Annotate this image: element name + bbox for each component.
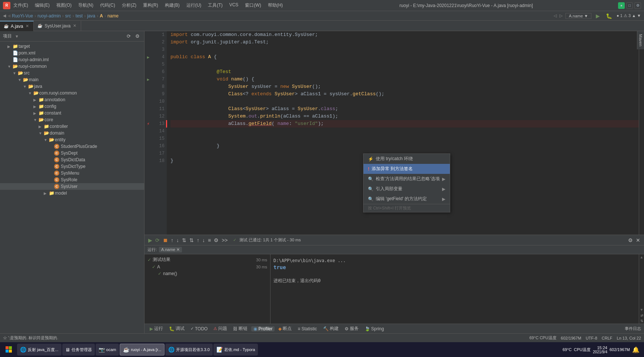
tree-item-config[interactable]: ▶ 📁 config: [0, 103, 144, 110]
scroll-down-btn[interactable]: ▼: [639, 307, 644, 313]
tree-item-student[interactable]: C StudentPlusGrade: [0, 143, 144, 150]
tree-item-constant[interactable]: ▶ 📁 constant: [0, 110, 144, 116]
menu-run[interactable]: 运行(U): [183, 1, 205, 9]
breadcrumb-java[interactable]: java: [87, 13, 95, 19]
tab-ajava[interactable]: ☕ A.java ✕: [0, 21, 34, 31]
tree-item-sysrole[interactable]: C SysRole: [0, 176, 144, 183]
menu-view[interactable]: 视图(O): [53, 1, 74, 9]
run-sort2-btn[interactable]: ⇅: [189, 237, 195, 244]
context-menu-checkoptions[interactable]: 🔍 检查'方法调用的结果已忽略'选项 ▶: [364, 174, 450, 184]
run-play-btn[interactable]: ▶: [147, 237, 153, 244]
mini-btn[interactable]: □: [626, 2, 633, 9]
settings-btn[interactable]: ⚙: [634, 2, 641, 9]
context-menu-editcontract[interactable]: 🔍 编辑 'getField' 的方法约定 ▶: [364, 194, 450, 204]
toolbar-spring[interactable]: 🍃 Spring: [362, 326, 386, 331]
menu-window[interactable]: 窗口(W): [242, 1, 264, 9]
tree-item-main[interactable]: ▼ 📂 main: [0, 76, 144, 83]
run-up-btn[interactable]: ↑: [196, 237, 200, 244]
run-align-btn[interactable]: ≡: [207, 237, 212, 244]
menu-vcs[interactable]: VCS: [226, 1, 242, 9]
menu-build[interactable]: 构建(B): [162, 1, 183, 9]
branch-label[interactable]: A.name ▼: [565, 13, 591, 19]
menu-file[interactable]: 文件(E): [10, 1, 31, 9]
test-item-name[interactable]: ✓ name(): [146, 270, 269, 277]
toolbar-debug[interactable]: 🐛 调试: [167, 325, 187, 332]
toolbar-problems[interactable]: ⚠ 问题: [211, 325, 229, 332]
run-prev-btn[interactable]: ↑: [170, 237, 174, 244]
taskbar-ocam[interactable]: 📷 ocam: [96, 344, 119, 356]
menu-code[interactable]: 代码(C): [97, 1, 118, 9]
run-filter-btn[interactable]: ⚙: [213, 237, 219, 244]
menu-analyze[interactable]: 分析(Z): [119, 1, 139, 9]
toolbar-todo[interactable]: ✓ TODO: [188, 326, 210, 331]
tree-item-sysdictdata[interactable]: C SysDictData: [0, 156, 144, 163]
tab-sysuser-close[interactable]: ✕: [72, 23, 77, 28]
maven-tab[interactable]: Maven: [637, 31, 644, 49]
taskbar-idea[interactable]: ☕ ruoyi - A.java [r...: [120, 344, 165, 356]
tree-item-sysuser[interactable]: C SysUser: [0, 183, 144, 190]
run-stop-btn[interactable]: ⏹: [162, 237, 169, 244]
scroll-collapse-btn[interactable]: ⇅: [640, 318, 644, 324]
run-down-btn[interactable]: ↓: [202, 237, 206, 244]
toolbar-statistic[interactable]: ≡ Statistic: [295, 326, 319, 331]
run-green-btn[interactable]: ▶: [594, 12, 601, 20]
test-item-results[interactable]: ✓ 测试结果 30 ms: [146, 256, 269, 264]
event-log-label[interactable]: 事件日志: [625, 326, 641, 331]
tab-ajava-close[interactable]: ✕: [25, 24, 30, 29]
tree-item-model[interactable]: ▶ 📁 model: [0, 190, 144, 196]
tree-item-src[interactable]: ▼ 📂 src: [0, 70, 144, 76]
context-menu-trycatch[interactable]: ⚡ 使用 try/catch 环绕: [364, 154, 450, 164]
notification-btn[interactable]: 🔔: [632, 346, 640, 353]
gutter-4[interactable]: ▶: [145, 53, 152, 61]
breadcrumb-admin[interactable]: ruoyi-admin: [37, 13, 61, 19]
tree-item-target[interactable]: ▶ 📁 target: [0, 43, 144, 50]
record-btn[interactable]: ●: [618, 2, 625, 9]
toolbar-断链[interactable]: ⛓ 断链: [231, 325, 250, 332]
tree-item-sysdicttype[interactable]: C SysDictType: [0, 163, 144, 170]
menu-help[interactable]: 帮助(H): [265, 1, 286, 9]
tree-item-domain[interactable]: ▼ 📂 domain: [0, 130, 144, 136]
gutter-7[interactable]: ▶: [145, 76, 152, 83]
context-menu-introduce[interactable]: 🔍 引入局部变量 ▶: [364, 184, 450, 194]
toolbar-services[interactable]: ⚙ 服务: [342, 325, 361, 332]
breadcrumb-src[interactable]: src: [65, 13, 71, 19]
toolbar-run[interactable]: ▶ 运行: [147, 325, 165, 332]
taskbar-typora[interactable]: 📝 若依.md - Typora: [213, 344, 258, 356]
tree-item-pom[interactable]: 📄 pom.xml: [0, 50, 144, 56]
tree-item-java[interactable]: ▼ 📂 java: [0, 83, 144, 90]
toolbar-断点[interactable]: ◆ 断点: [276, 325, 294, 332]
taskbar-browser2[interactable]: 🌐 开源项目若依3.3.0: [165, 344, 212, 356]
tree-item-ruoyi-common[interactable]: ▼ 📂 ruoyi-common: [0, 63, 144, 70]
sidebar-collapse-all[interactable]: ⟳: [125, 33, 132, 40]
menu-refactor[interactable]: 重构(R): [140, 1, 161, 9]
start-button[interactable]: [1, 344, 16, 356]
scroll-expand-btn[interactable]: ⇅: [639, 313, 644, 318]
tree-item-sysmenu[interactable]: C SysMenu: [0, 170, 144, 176]
breadcrumb-classA[interactable]: A: [100, 13, 103, 19]
run-rerun-btn[interactable]: ⟳: [155, 237, 160, 244]
run-next-btn[interactable]: ↓: [176, 237, 180, 244]
tree-item-core[interactable]: ▼ 📂 core: [0, 116, 144, 123]
taskbar-chrome[interactable]: 🌐 反射 java_百度...: [17, 344, 62, 356]
run-expand-btn[interactable]: >>: [221, 237, 228, 244]
menu-tools[interactable]: 工具(T): [205, 1, 225, 9]
toolbar-build[interactable]: 🔨 构建: [321, 325, 341, 332]
tree-item-iml[interactable]: 📄 ruoyi-admin.iml: [0, 56, 144, 63]
taskbar-taskmgr[interactable]: 🖥 任务管理器: [62, 344, 95, 356]
breadcrumb-name[interactable]: name: [107, 13, 119, 19]
run-tab-aname[interactable]: A.name ✕: [159, 247, 182, 252]
test-item-a[interactable]: ✓ A 30 ms: [146, 264, 269, 270]
breadcrumb-test[interactable]: test: [76, 13, 83, 19]
menu-edit[interactable]: 编辑(E): [32, 1, 53, 9]
scroll-up-btn[interactable]: ▲: [639, 254, 644, 260]
tree-item-sysdept[interactable]: C SysDept: [0, 150, 144, 156]
sidebar-dropdown[interactable]: ▼: [15, 34, 19, 39]
context-menu[interactable]: ⚡ 使用 try/catch 环绕 ! 添加异常 到方法签名 🔍 检查'方法调用…: [363, 153, 450, 212]
tree-item-com-ruoyi[interactable]: ▼ 📂 com.ruoyi.common: [0, 90, 144, 96]
breadcrumb-ruoyi[interactable]: RuoYi-Vue: [12, 13, 33, 19]
tree-item-entity[interactable]: ▼ 📂 entity: [0, 136, 144, 143]
toolbar-profiler[interactable]: ◉ Profiler: [251, 326, 275, 331]
debug-btn[interactable]: 🐛: [604, 12, 614, 20]
run-sort-btn[interactable]: ⇅: [181, 237, 187, 244]
tab-sysuser[interactable]: ☕ SysUser.java ✕: [34, 21, 81, 31]
